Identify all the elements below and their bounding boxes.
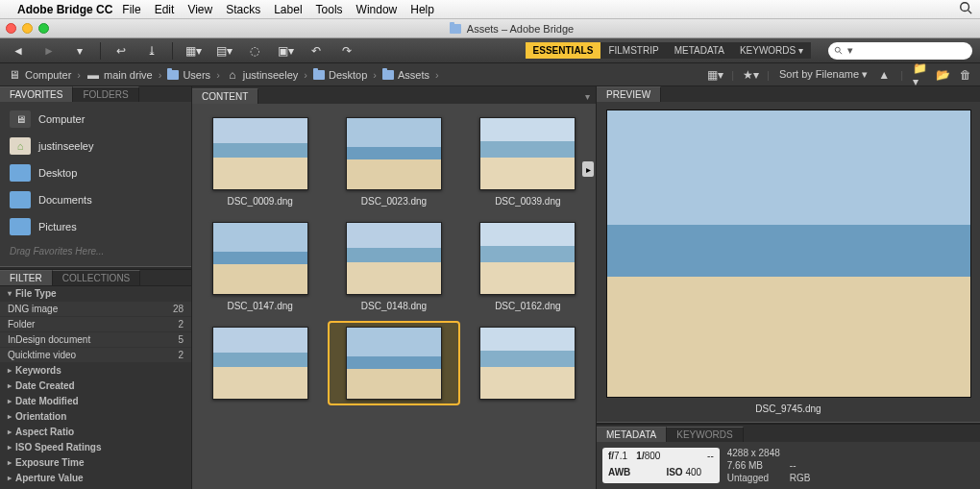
- tab-filter[interactable]: FILTER: [0, 270, 53, 285]
- workspace-keywords[interactable]: KEYWORDS ▾: [732, 42, 811, 59]
- divider: [172, 42, 173, 60]
- reveal-icon[interactable]: ▦▾: [183, 42, 204, 60]
- camera-download-icon[interactable]: ⤓: [141, 42, 162, 60]
- menu-view[interactable]: View: [187, 3, 212, 16]
- thumbnail[interactable]: DSC_0009.dng: [196, 113, 324, 210]
- thumbnail-image[interactable]: [212, 117, 308, 190]
- thumbnail-label: DSC_0009.dng: [227, 196, 292, 207]
- spotlight-icon[interactable]: [959, 1, 972, 17]
- filter-group-aspect-ratio[interactable]: ▸Aspect Ratio: [0, 425, 191, 440]
- preview-image[interactable]: [606, 110, 971, 398]
- search-input[interactable]: ▾: [828, 42, 972, 60]
- tab-folders[interactable]: FOLDERS: [73, 86, 138, 102]
- sort-by-button[interactable]: Sort by Filename ▾: [779, 68, 868, 81]
- filter-group-date-modified[interactable]: ▸Date Modified: [0, 394, 191, 409]
- filter-group-iso[interactable]: ▸ISO Speed Ratings: [0, 440, 191, 455]
- new-folder-icon[interactable]: 📁▾: [913, 69, 926, 81]
- nav-down-button[interactable]: ▾: [69, 42, 90, 60]
- nav-forward-button[interactable]: ►: [38, 42, 60, 60]
- menu-label[interactable]: Label: [274, 3, 302, 16]
- tab-collections[interactable]: COLLECTIONS: [53, 270, 141, 285]
- refine-icon[interactable]: ◌: [244, 42, 265, 60]
- thumbnail[interactable]: [330, 323, 457, 403]
- filter-group-aperture[interactable]: ▸Aperture Value: [0, 471, 191, 486]
- favorite-desktop[interactable]: Desktop: [0, 159, 191, 186]
- workspace-essentials[interactable]: ESSENTIALS: [526, 42, 601, 59]
- open-icon[interactable]: 📂: [936, 69, 949, 81]
- thumbnail-image[interactable]: [346, 327, 442, 400]
- thumbnail[interactable]: [464, 323, 592, 403]
- content-tabs: CONTENT ▾: [192, 86, 596, 104]
- thumbnail[interactable]: DSC_0147.dng: [196, 218, 324, 315]
- thumbnail-image[interactable]: [212, 327, 308, 400]
- window-titlebar: Assets – Adobe Bridge: [0, 19, 980, 38]
- favorite-computer[interactable]: 🖥Computer: [0, 106, 191, 133]
- filter-item[interactable]: DNG image28: [0, 302, 191, 317]
- thumbnail-image[interactable]: [212, 222, 308, 295]
- menu-window[interactable]: Window: [356, 3, 398, 16]
- thumbnail[interactable]: DSC_0023.dng: [330, 113, 457, 210]
- scroll-indicator-icon[interactable]: ▸: [582, 161, 594, 177]
- thumbnail[interactable]: [196, 323, 324, 403]
- tab-content[interactable]: CONTENT: [192, 88, 258, 104]
- favorite-documents[interactable]: Documents: [0, 186, 191, 213]
- traffic-lights[interactable]: [6, 23, 49, 34]
- filter-group-date-created[interactable]: ▸Date Created: [0, 379, 191, 394]
- filter-item[interactable]: Quicktime video2: [0, 348, 191, 363]
- menu-help[interactable]: Help: [410, 3, 434, 16]
- rotate-ccw-icon[interactable]: ↶: [306, 42, 327, 60]
- filter-group-exposure[interactable]: ▸Exposure Time: [0, 455, 191, 471]
- filter-item[interactable]: Folder2: [0, 317, 191, 332]
- filter-group-keywords[interactable]: ▸Keywords: [0, 363, 191, 379]
- crumb-computer[interactable]: Computer›: [25, 69, 83, 81]
- svg-point-0: [961, 3, 969, 12]
- rotate-cw-icon[interactable]: ↷: [336, 42, 357, 60]
- content-options-icon[interactable]: ▾: [579, 89, 596, 104]
- minimize-window-icon[interactable]: [22, 23, 33, 34]
- tab-keywords[interactable]: KEYWORDS: [667, 427, 743, 442]
- menu-file[interactable]: File: [122, 3, 140, 16]
- zoom-window-icon[interactable]: [38, 23, 49, 34]
- tab-favorites[interactable]: FAVORITES: [0, 86, 73, 102]
- favorites-folders-tabs: FAVORITES FOLDERS: [0, 86, 191, 102]
- svg-line-1: [968, 11, 972, 14]
- crumb-desktop[interactable]: Desktop›: [329, 69, 379, 81]
- thumbnail-image[interactable]: [346, 117, 442, 190]
- menu-edit[interactable]: Edit: [155, 3, 175, 16]
- sort-asc-icon[interactable]: ▲: [877, 69, 891, 81]
- filter-item[interactable]: InDesign document5: [0, 332, 191, 348]
- trash-icon[interactable]: 🗑: [959, 69, 972, 81]
- thumbnail-image[interactable]: [479, 117, 576, 190]
- open-recent-icon[interactable]: ▤▾: [213, 42, 234, 60]
- thumbnail-image[interactable]: [479, 327, 576, 400]
- star-filter-icon[interactable]: ★▾: [744, 69, 757, 81]
- boomerang-icon[interactable]: ↩: [110, 42, 132, 60]
- thumbnail[interactable]: DSC_0162.dng: [464, 218, 592, 315]
- window-title: Assets – Adobe Bridge: [467, 23, 574, 35]
- app-name[interactable]: Adobe Bridge CC: [17, 3, 112, 16]
- computer-icon: 🖥: [8, 69, 21, 81]
- nav-back-button[interactable]: ◄: [8, 42, 29, 60]
- workspace-metadata[interactable]: METADATA: [667, 42, 732, 59]
- tab-preview[interactable]: PREVIEW: [597, 86, 661, 102]
- thumbnail[interactable]: DSC_0039.dng: [464, 113, 592, 210]
- crumb-users[interactable]: Users›: [183, 69, 221, 81]
- workspace-filmstrip[interactable]: FILMSTRIP: [600, 42, 666, 59]
- filter-group-orientation[interactable]: ▸Orientation: [0, 409, 191, 425]
- thumbnail[interactable]: DSC_0148.dng: [330, 218, 457, 315]
- favorite-home[interactable]: ⌂justinseeley: [0, 133, 191, 159]
- crumb-assets[interactable]: Assets›: [398, 69, 441, 81]
- content-grid[interactable]: DSC_0009.dngDSC_0023.dngDSC_0039.dngDSC_…: [192, 104, 596, 489]
- menu-tools[interactable]: Tools: [316, 3, 343, 16]
- favorite-pictures[interactable]: Pictures: [0, 213, 191, 240]
- grid-view-icon[interactable]: ▦▾: [708, 69, 722, 81]
- crumb-drive[interactable]: main drive›: [104, 69, 163, 81]
- tab-metadata[interactable]: METADATA: [597, 427, 667, 442]
- crumb-user[interactable]: justinseeley›: [243, 69, 309, 81]
- open-camera-raw-icon[interactable]: ▣▾: [275, 42, 296, 60]
- thumbnail-image[interactable]: [479, 222, 576, 295]
- filter-group-file-type[interactable]: ▾File Type: [0, 286, 191, 302]
- menu-stacks[interactable]: Stacks: [226, 3, 260, 16]
- thumbnail-image[interactable]: [346, 222, 442, 295]
- close-window-icon[interactable]: [6, 23, 16, 34]
